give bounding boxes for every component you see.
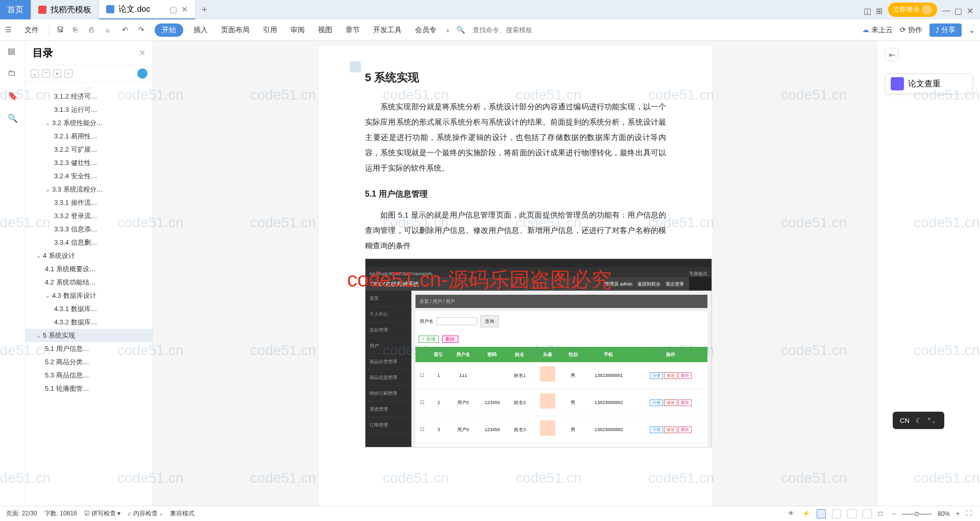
zoom-in-button[interactable]: + <box>956 510 960 517</box>
close-window-button[interactable]: ✕ <box>967 6 974 13</box>
left-rail: ▤ 🗀 🔖 🔍 <box>0 41 26 506</box>
apps-icon[interactable]: ⊞ <box>876 6 883 13</box>
moon-icon: ☾ <box>916 417 922 424</box>
outline-item[interactable]: 3.3.3 信息添… <box>26 223 153 236</box>
menu-chapter[interactable]: 章节 <box>342 23 363 37</box>
outline-item[interactable]: 3.3.1 操作流… <box>26 196 153 209</box>
outline-item[interactable]: 3.1.3 运行可… <box>26 103 153 116</box>
cloud-icon[interactable]: ☁ 未上云 <box>862 26 893 35</box>
restore-icon[interactable]: ▢ <box>169 5 177 14</box>
undo-icon[interactable]: ↶ <box>122 26 131 35</box>
outline-title: 目录 <box>33 46 139 60</box>
preview-icon[interactable]: ⌕ <box>106 26 115 35</box>
check-icon <box>891 77 904 90</box>
outline-item[interactable]: 5.2 商品分类… <box>26 356 153 369</box>
collapse-icon[interactable]: ⌄ <box>31 69 39 78</box>
outline-item[interactable]: ⌄5 系统实现 <box>26 329 153 342</box>
fire-icon <box>38 6 46 14</box>
layout-icon[interactable]: ◫ <box>864 6 871 13</box>
new-tab-button[interactable]: + <box>195 0 213 19</box>
search-rail-icon[interactable]: 🔍 <box>8 113 18 124</box>
menu-review[interactable]: 审阅 <box>287 23 308 37</box>
menu-insert[interactable]: 插入 <box>190 23 211 37</box>
paragraph: 系统实现部分就是将系统分析，系统设计部分的内容通过编码进行功能实现，以一个实际应… <box>365 99 666 176</box>
share-button[interactable]: ⤴ 分享 <box>929 23 962 37</box>
outline-item[interactable]: 4.1 系统概要设… <box>26 263 153 276</box>
zoom-level[interactable]: 80% <box>938 510 950 517</box>
compat-mode[interactable]: 兼容模式 <box>170 509 194 518</box>
command-search-input[interactable] <box>473 26 539 34</box>
title-bar: 首页 找稻壳模板 论文.doc ▢ ✕ + ◫ ⊞ 立即登录 — ▢ ✕ <box>0 0 980 19</box>
maximize-button[interactable]: ▢ <box>954 6 962 13</box>
outline-item[interactable]: 5.1 用户信息… <box>26 342 153 356</box>
bookmark-icon[interactable]: 🔖 <box>8 91 18 101</box>
menu-member[interactable]: 会员专 <box>412 23 439 37</box>
page-marker-icon <box>350 61 361 73</box>
marker-icon[interactable]: ◻ <box>878 510 886 518</box>
view-page-icon[interactable] <box>817 509 826 518</box>
ribbon-toolbar: ☰ 文件 🖫 ⎘ ⎙ ⌕ ↶ ↷ 开始 插入 页面布局 引用 审阅 视图 章节 … <box>0 19 980 41</box>
close-tab-button[interactable]: ✕ <box>181 5 188 14</box>
zoom-out-button[interactable]: − <box>892 510 896 517</box>
menu-icon[interactable]: ☰ <box>5 26 14 35</box>
outline-item[interactable]: 5.1 轮播图管… <box>26 382 153 395</box>
menu-start[interactable]: 开始 <box>155 23 183 37</box>
collapse-right-icon[interactable]: ⇤ <box>885 48 898 61</box>
spellcheck-button[interactable]: ☑ 拼写检查 ▾ <box>84 509 121 518</box>
content-check-button[interactable]: ⌕ 内容检查 ▾ <box>128 509 163 518</box>
outline-item[interactable]: 3.3.2 登录流… <box>26 209 153 223</box>
outline-item[interactable]: 3.2.4 安全性… <box>26 170 153 183</box>
expand-icon[interactable]: ⌃ <box>42 69 50 78</box>
eye-icon[interactable]: 👁 <box>788 510 796 518</box>
sync-toggle[interactable] <box>137 68 148 79</box>
tab-home[interactable]: 首页 <box>0 0 31 19</box>
view-read-icon[interactable] <box>847 509 856 518</box>
redo-icon[interactable]: ↷ <box>138 26 148 35</box>
remove-icon[interactable]: − <box>64 69 72 78</box>
chevron-right-icon[interactable]: › <box>447 26 449 34</box>
view-web-icon[interactable] <box>863 509 872 518</box>
minimize-button[interactable]: — <box>942 6 949 13</box>
save-as-icon[interactable]: ⎘ <box>73 26 82 35</box>
outline-item[interactable]: 3.3.4 信息删… <box>26 236 153 249</box>
document-area: 5 系统实现 系统实现部分就是将系统分析，系统设计部分的内容通过编码进行功能实现… <box>153 41 878 506</box>
status-bar: 页面: 22/30 字数: 10816 ☑ 拼写检查 ▾ ⌕ 内容检查 ▾ 兼容… <box>0 506 980 521</box>
outline-item[interactable]: 3.2.1 易用性… <box>26 130 153 143</box>
outline-item[interactable]: ⌄3.2 系统性能分… <box>26 116 153 130</box>
close-outline-button[interactable]: ✕ <box>139 48 145 58</box>
outline-item[interactable]: ⌄4 系统设计 <box>26 249 153 263</box>
page-indicator[interactable]: 页面: 22/30 <box>6 509 37 518</box>
avatar-icon <box>922 5 932 15</box>
word-count[interactable]: 字数: 10816 <box>44 509 77 518</box>
outline-item[interactable]: 3.1.2 经济可… <box>26 90 153 103</box>
add-icon[interactable]: + <box>53 69 61 78</box>
outline-item[interactable]: 5.3 商品信息… <box>26 369 153 382</box>
outline-item[interactable]: 3.2.2 可扩展… <box>26 143 153 156</box>
chevron-down-icon[interactable]: ⌄ <box>969 26 975 34</box>
menu-view[interactable]: 视图 <box>315 23 335 37</box>
plagiarism-check-button[interactable]: 论文查重 <box>885 74 973 94</box>
outline-item[interactable]: ⌄4.3 数据库设计 <box>26 289 153 302</box>
menu-ref[interactable]: 引用 <box>260 23 280 37</box>
tab-template[interactable]: 找稻壳模板 <box>31 0 99 19</box>
tab-document[interactable]: 论文.doc ▢ ✕ <box>99 0 195 19</box>
subsection-heading: 5.1 用户信息管理 <box>365 186 666 202</box>
file-menu[interactable]: 文件 <box>21 23 42 37</box>
outline-item[interactable]: 4.2 系统功能结… <box>26 276 153 289</box>
outline-item[interactable]: ⌄3.3 系统流程分… <box>26 183 153 196</box>
outline-item[interactable]: 3.2.3 健壮性… <box>26 156 153 170</box>
outline-item[interactable]: 4.3.1 数据库… <box>26 302 153 316</box>
menu-layout[interactable]: 页面布局 <box>218 23 253 37</box>
collab-button[interactable]: ⟳ 协作 <box>900 26 922 35</box>
login-button[interactable]: 立即登录 <box>888 3 937 17</box>
outline-toggle-icon[interactable]: ▤ <box>8 46 18 56</box>
fullscreen-icon[interactable]: ⛶ <box>966 510 974 518</box>
menu-dev[interactable]: 开发工具 <box>370 23 405 37</box>
outline-item[interactable]: 4.3.2 数据库… <box>26 316 153 329</box>
save-icon[interactable]: 🖫 <box>57 26 66 35</box>
ime-indicator[interactable]: CN ☾ °， <box>893 412 944 429</box>
lightning-icon[interactable]: ⚡ <box>802 510 811 518</box>
view-outline-icon[interactable] <box>832 509 841 518</box>
print-icon[interactable]: ⎙ <box>89 26 99 35</box>
folder-icon[interactable]: 🗀 <box>8 68 18 79</box>
